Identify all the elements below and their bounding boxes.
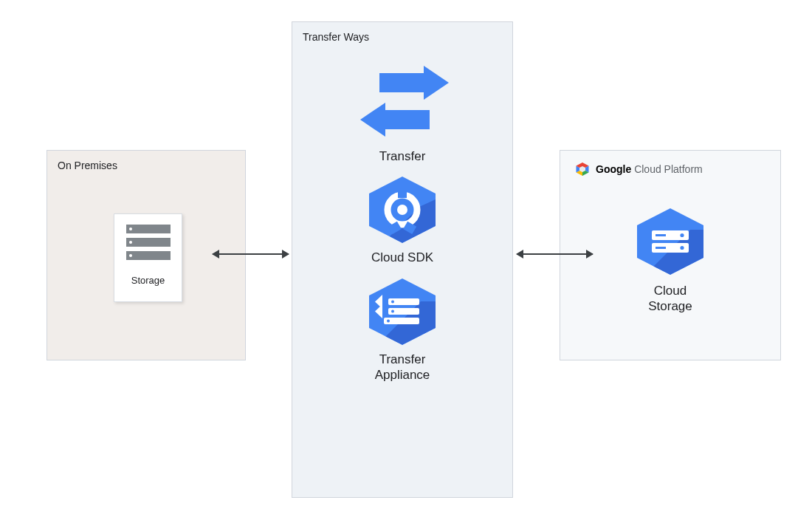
transfer-label-1: Cloud SDK [371,250,433,265]
transfer-item-cloudsdk: Cloud SDK [363,174,441,265]
transfer-panel: Transfer Ways Transfer [292,21,513,498]
cloud-sdk-icon [363,174,441,245]
gcp-header: Google Cloud Platform [575,162,703,177]
transfer-arrows-icon [354,63,450,144]
gcp-brand-rest: Cloud Platform [634,163,703,175]
transfer-item-appliance: Transfer Appliance [363,276,441,383]
svg-point-22 [387,319,390,322]
transfer-label-2: Transfer Appliance [375,352,430,383]
svg-rect-0 [379,73,424,92]
svg-marker-3 [360,103,385,137]
transfer-title: Transfer Ways [303,31,369,43]
gcp-brand-bold: Google [596,163,631,175]
cloud-storage-icon [631,206,709,277]
svg-marker-1 [424,66,449,100]
svg-rect-2 [385,110,430,129]
onprem-storage-card: Storage [114,213,182,302]
onprem-title: On Premises [58,160,117,171]
connector-transfer-gcp [517,253,593,255]
storage-icon [126,225,171,264]
onprem-storage-label: Storage [131,275,165,286]
transfer-item-transfer: Transfer [354,63,450,164]
svg-point-20 [391,300,394,303]
connector-onprem-transfer [213,253,289,255]
transfer-label-0: Transfer [379,148,426,164]
svg-point-8 [397,205,407,215]
svg-rect-38 [656,247,666,249]
svg-point-35 [680,233,684,237]
transfer-appliance-icon [363,276,441,347]
gcp-storage-label: Cloud Storage [648,283,692,315]
svg-rect-9 [398,188,407,198]
svg-rect-36 [656,234,666,236]
svg-point-21 [391,309,394,312]
svg-point-37 [680,246,684,250]
gcp-storage-item: Cloud Storage [631,206,709,315]
gcp-logo-icon [575,162,590,177]
